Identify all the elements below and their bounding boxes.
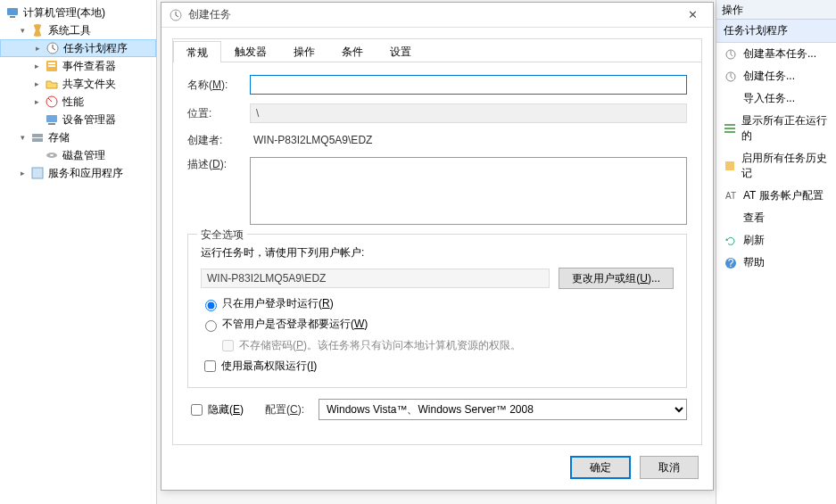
svg-point-14 [50, 154, 54, 156]
chevron-down-icon[interactable]: ▾ [18, 133, 28, 143]
name-label: 名称(M): [187, 78, 250, 93]
tree-device-manager[interactable]: ▸ 设备管理器 [0, 111, 156, 128]
svg-rect-11 [32, 134, 43, 137]
tree-shared-folders[interactable]: ▸ 共享文件夹 [0, 75, 156, 93]
svg-rect-1 [10, 16, 15, 18]
tree-performance[interactable]: ▸ 性能 [0, 93, 156, 111]
action-enable-history[interactable]: 启用所有任务历史记 [716, 147, 836, 185]
close-button[interactable]: ✕ [679, 6, 706, 24]
ok-button[interactable]: 确定 [570, 456, 631, 479]
action-at-account[interactable]: ATAT 服务帐户配置 [716, 185, 836, 207]
tab-general[interactable]: 常规 [173, 41, 221, 62]
tab-settings[interactable]: 设置 [377, 40, 425, 62]
at-icon: AT [724, 189, 738, 203]
tree-root-label: 计算机管理(本地) [23, 5, 105, 21]
checkbox-no-store-password [222, 340, 234, 351]
device-manager-icon [45, 112, 59, 127]
svg-rect-6 [48, 62, 55, 64]
radio-run-any-label: 不管用户是否登录都要运行(W) [222, 317, 368, 332]
radio-run-any[interactable] [205, 320, 217, 332]
checkbox-hidden[interactable] [191, 404, 203, 416]
tree-disk-management[interactable]: ▸ 磁盘管理 [0, 146, 156, 164]
tab-conditions[interactable]: 条件 [328, 40, 377, 62]
tree-system-tools[interactable]: ▾ 系统工具 [0, 21, 156, 39]
tab-triggers[interactable]: 触发器 [221, 40, 280, 62]
tree-root[interactable]: 计算机管理(本地) [0, 4, 156, 21]
tree-panel: 计算机管理(本地) ▾ 系统工具 ▸ 任务计划程序 ▸ 事件查看器 ▸ 共享文件… [0, 0, 157, 504]
radio-run-logged-on-label: 只在用户登录时运行(R) [222, 296, 334, 311]
tree-task-scheduler[interactable]: ▸ 任务计划程序 [0, 39, 156, 57]
checkbox-highest-privileges[interactable] [204, 360, 216, 372]
svg-rect-18 [724, 124, 735, 126]
disk-icon [45, 148, 59, 162]
action-refresh[interactable]: 刷新 [716, 229, 836, 252]
tree-storage[interactable]: ▾ 存储 [0, 128, 156, 146]
action-import-task[interactable]: 导入任务... [716, 87, 836, 110]
dialog-title: 创建任务 [188, 7, 679, 22]
tree-shared-folders-label: 共享文件夹 [62, 77, 116, 92]
task-icon [724, 47, 738, 62]
description-label: 描述(D): [187, 157, 250, 172]
action-view[interactable]: 查看 [716, 207, 836, 229]
configure-for-select[interactable]: Windows Vista™、Windows Server™ 2008 [319, 399, 687, 420]
task-icon [724, 70, 738, 84]
actions-section-title: 任务计划程序 [716, 20, 836, 43]
help-icon: ? [724, 256, 738, 270]
checkbox-no-store-password-label: 不存储密码(P)。该任务将只有访问本地计算机资源的权限。 [239, 338, 521, 353]
tree-event-viewer-label: 事件查看器 [62, 59, 116, 74]
refresh-icon [724, 234, 738, 248]
import-icon [724, 92, 738, 106]
radio-run-logged-on[interactable] [205, 300, 217, 311]
actions-panel: 操作 任务计划程序 创建基本任务... 创建任务... 导入任务... 显示所有… [716, 0, 836, 504]
chevron-right-icon[interactable]: ▸ [32, 62, 42, 71]
svg-rect-19 [724, 128, 735, 129]
actions-header: 操作 [716, 0, 836, 20]
tree-performance-label: 性能 [62, 95, 84, 110]
name-input[interactable] [250, 75, 687, 95]
svg-text:?: ? [728, 257, 734, 269]
dialog-titlebar: 创建任务 ✕ [161, 3, 713, 28]
list-icon [724, 121, 736, 136]
action-create-task[interactable]: 创建任务... [716, 65, 836, 87]
svg-rect-21 [725, 161, 734, 170]
tab-actions[interactable]: 操作 [280, 40, 328, 62]
location-label: 位置: [187, 106, 250, 121]
chevron-right-icon[interactable]: ▸ [32, 97, 42, 107]
tree-disk-management-label: 磁盘管理 [62, 148, 105, 163]
checkbox-hidden-label: 隐藏(E) [208, 402, 244, 417]
security-options-group: 安全选项 运行任务时，请使用下列用户帐户: WIN-P83I2LMQ5A9\ED… [187, 234, 687, 388]
action-show-running[interactable]: 显示所有正在运行的 [716, 110, 836, 147]
history-icon [724, 159, 736, 173]
create-task-dialog: 创建任务 ✕ 常规 触发器 操作 条件 设置 名称(M): 位置: \ 创建者:… [161, 2, 714, 491]
view-icon [724, 211, 738, 226]
tab-general-content: 名称(M): 位置: \ 创建者: WIN-P83I2LMQ5A9\EDZ 描述… [173, 62, 701, 433]
security-options-title: 安全选项 [197, 227, 247, 243]
tree-system-tools-label: 系统工具 [48, 23, 91, 38]
computer-icon [5, 5, 20, 20]
svg-rect-20 [724, 131, 735, 133]
description-input[interactable] [250, 157, 687, 225]
tools-icon [30, 23, 45, 37]
tree-services-apps-label: 服务和应用程序 [48, 166, 123, 181]
configure-label: 配置(C): [265, 402, 319, 417]
run-as-prompt: 运行任务时，请使用下列用户帐户: [201, 245, 364, 260]
svg-rect-9 [46, 115, 57, 122]
performance-icon [45, 95, 59, 109]
chevron-right-icon[interactable]: ▸ [18, 169, 28, 178]
tree-event-viewer[interactable]: ▸ 事件查看器 [0, 57, 156, 75]
svg-rect-12 [32, 138, 43, 142]
tree-services-apps[interactable]: ▸ 服务和应用程序 [0, 164, 156, 182]
tree-device-manager-label: 设备管理器 [62, 112, 116, 128]
chevron-right-icon[interactable]: ▸ [33, 44, 43, 54]
event-viewer-icon [45, 59, 59, 73]
action-help[interactable]: ?帮助 [716, 252, 836, 274]
chevron-down-icon[interactable]: ▾ [18, 26, 28, 36]
dialog-body: 常规 触发器 操作 条件 设置 名称(M): 位置: \ 创建者: WIN-P8… [172, 38, 702, 445]
action-create-basic-task[interactable]: 创建基本任务... [716, 43, 836, 65]
change-user-button[interactable]: 更改用户或组(U)... [559, 268, 674, 289]
storage-icon [30, 130, 45, 145]
location-value: \ [250, 103, 687, 123]
checkbox-highest-privileges-label: 使用最高权限运行(I) [221, 359, 317, 374]
cancel-button[interactable]: 取消 [640, 456, 699, 479]
chevron-right-icon[interactable]: ▸ [32, 79, 42, 89]
